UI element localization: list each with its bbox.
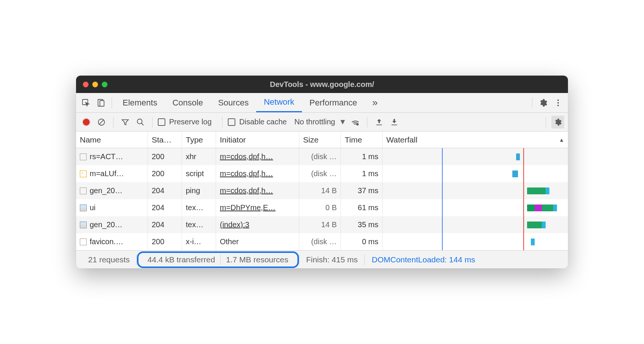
col-type[interactable]: Type bbox=[182, 132, 216, 148]
cell-status: 200 bbox=[148, 165, 182, 182]
cell-waterfall bbox=[383, 199, 568, 216]
cell-type: x-i… bbox=[182, 233, 216, 250]
cell-size: (disk … bbox=[299, 233, 341, 250]
cell-type: tex… bbox=[182, 216, 216, 233]
table-row[interactable]: ui204tex…m=DhPYme,E…0 B61 ms bbox=[76, 199, 568, 216]
cell-type: ping bbox=[182, 182, 216, 199]
col-status[interactable]: Sta… bbox=[148, 132, 182, 148]
tab-sources[interactable]: Sources bbox=[210, 93, 256, 112]
tabs-overflow[interactable]: » bbox=[365, 93, 385, 112]
svg-rect-2 bbox=[100, 101, 104, 106]
sort-indicator-icon: ▲ bbox=[559, 137, 564, 143]
table-row[interactable]: gen_20…204pingm=cdos,dpf,h…14 B37 ms bbox=[76, 182, 568, 199]
device-toggle-icon[interactable] bbox=[93, 95, 109, 110]
requests-table: Name Sta… Type Initiator Size Time Water… bbox=[76, 132, 568, 250]
cell-status: 204 bbox=[148, 216, 182, 233]
record-button[interactable] bbox=[80, 116, 93, 129]
col-time[interactable]: Time bbox=[341, 132, 383, 148]
cell-name: ui bbox=[76, 199, 148, 216]
status-finish: Finish: 415 ms bbox=[299, 255, 365, 264]
filter-icon[interactable] bbox=[119, 116, 132, 129]
status-transferred: 44.4 kB transferred bbox=[142, 255, 221, 264]
cell-type: xhr bbox=[182, 148, 216, 165]
preserve-log-checkbox[interactable]: Preserve log bbox=[158, 118, 212, 126]
clear-icon[interactable] bbox=[95, 116, 108, 129]
svg-point-4 bbox=[557, 102, 559, 104]
svg-point-3 bbox=[557, 99, 559, 101]
tab-console[interactable]: Console bbox=[165, 93, 211, 112]
svg-point-8 bbox=[137, 119, 142, 124]
table-row[interactable]: m=aLUf…200scriptm=cdos,dpf,h…(disk …1 ms bbox=[76, 165, 568, 182]
col-initiator[interactable]: Initiator bbox=[216, 132, 299, 148]
cell-status: 200 bbox=[148, 148, 182, 165]
titlebar: DevTools - www.google.com/ bbox=[76, 76, 568, 93]
svg-point-10 bbox=[356, 123, 359, 126]
status-domcontentloaded: DOMContentLoaded: 144 ms bbox=[365, 255, 482, 264]
cell-initiator[interactable]: m=cdos,dpf,h… bbox=[216, 165, 299, 182]
status-bar: 21 requests 44.4 kB transferred 1.7 MB r… bbox=[76, 250, 568, 268]
svg-line-7 bbox=[99, 119, 104, 124]
disable-cache-label: Disable cache bbox=[239, 118, 287, 126]
col-waterfall[interactable]: Waterfall ▲ bbox=[383, 132, 568, 148]
cell-size: (disk … bbox=[299, 148, 341, 165]
cell-size: (disk … bbox=[299, 165, 341, 182]
inspect-icon[interactable] bbox=[78, 95, 93, 110]
cell-initiator[interactable]: m=DhPYme,E… bbox=[216, 199, 299, 216]
cell-initiator[interactable]: m=cdos,dpf,h… bbox=[216, 182, 299, 199]
cell-size: 14 B bbox=[299, 216, 341, 233]
cell-name: m=aLUf… bbox=[76, 165, 148, 182]
minimize-button[interactable] bbox=[92, 82, 98, 87]
cell-name: gen_20… bbox=[76, 216, 148, 233]
cell-initiator[interactable]: m=cdos,dpf,h… bbox=[216, 148, 299, 165]
tab-elements[interactable]: Elements bbox=[115, 93, 165, 112]
upload-har-icon[interactable] bbox=[373, 116, 386, 129]
status-resources: 1.7 MB resources bbox=[221, 255, 294, 264]
file-type-icon bbox=[80, 153, 87, 160]
cell-size: 0 B bbox=[299, 199, 341, 216]
cell-status: 204 bbox=[148, 182, 182, 199]
cell-status: 204 bbox=[148, 199, 182, 216]
tab-network[interactable]: Network bbox=[256, 93, 302, 112]
network-settings-icon[interactable] bbox=[551, 116, 564, 129]
col-size[interactable]: Size bbox=[299, 132, 341, 148]
cell-initiator[interactable]: Other bbox=[216, 233, 299, 250]
cell-type: tex… bbox=[182, 199, 216, 216]
status-requests: 21 requests bbox=[81, 255, 137, 264]
separator bbox=[112, 98, 112, 108]
cell-time: 35 ms bbox=[341, 216, 383, 233]
cell-time: 37 ms bbox=[341, 182, 383, 199]
throttling-select[interactable]: No throttling ▼ bbox=[294, 118, 347, 126]
svg-point-5 bbox=[557, 105, 559, 106]
cell-waterfall bbox=[383, 182, 568, 199]
cell-time: 1 ms bbox=[341, 148, 383, 165]
svg-line-9 bbox=[142, 123, 144, 125]
maximize-button[interactable] bbox=[102, 82, 107, 87]
download-har-icon[interactable] bbox=[388, 116, 401, 129]
settings-gear-icon[interactable] bbox=[535, 95, 551, 110]
cell-waterfall bbox=[383, 165, 568, 182]
cell-time: 1 ms bbox=[341, 165, 383, 182]
cell-size: 14 B bbox=[299, 182, 341, 199]
cell-waterfall bbox=[383, 216, 568, 233]
tab-performance[interactable]: Performance bbox=[302, 93, 365, 112]
close-button[interactable] bbox=[83, 82, 89, 87]
table-row[interactable]: favicon.…200x-i…Other(disk …0 ms bbox=[76, 233, 568, 250]
preserve-log-label: Preserve log bbox=[169, 118, 212, 126]
cell-type: script bbox=[182, 165, 216, 182]
network-conditions-icon[interactable] bbox=[349, 116, 362, 129]
file-type-icon bbox=[80, 205, 87, 211]
status-highlight: 44.4 kB transferred 1.7 MB resources bbox=[137, 251, 299, 268]
disable-cache-checkbox[interactable]: Disable cache bbox=[228, 118, 287, 126]
search-icon[interactable] bbox=[134, 116, 147, 129]
more-menu-icon[interactable] bbox=[551, 95, 566, 110]
cell-waterfall bbox=[383, 148, 568, 165]
file-type-icon bbox=[80, 170, 87, 177]
cell-time: 61 ms bbox=[341, 199, 383, 216]
file-type-icon bbox=[80, 239, 87, 245]
table-row[interactable]: gen_20…204tex…(index):314 B35 ms bbox=[76, 216, 568, 233]
table-row[interactable]: rs=ACT…200xhrm=cdos,dpf,h…(disk …1 ms bbox=[76, 148, 568, 165]
col-name[interactable]: Name bbox=[76, 132, 148, 148]
cell-initiator[interactable]: (index):3 bbox=[216, 216, 299, 233]
cell-name: gen_20… bbox=[76, 182, 148, 199]
cell-status: 200 bbox=[148, 233, 182, 250]
